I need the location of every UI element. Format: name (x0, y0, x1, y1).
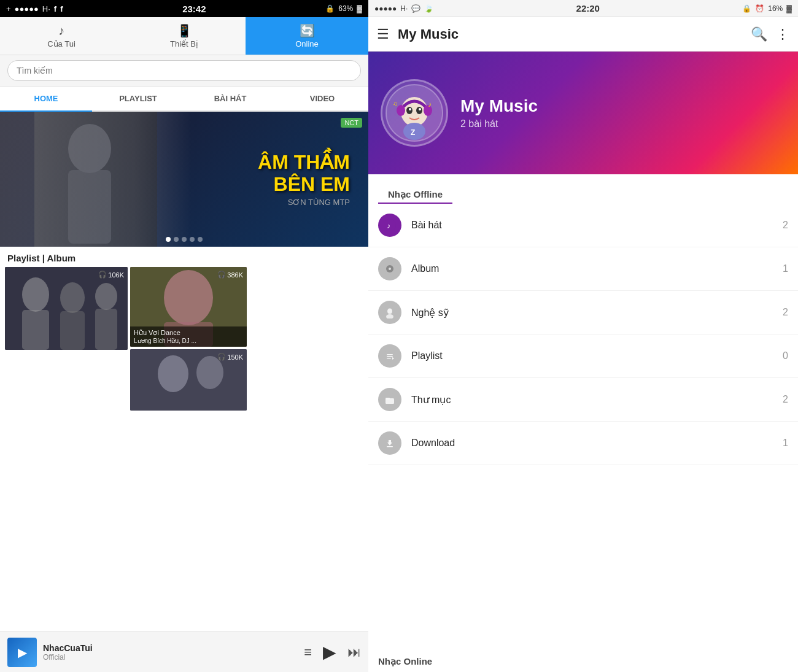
playlist-item-2[interactable]: 🎧 386K Hữu Vợi DanceLương Bích Hữu, DJ .… (130, 267, 247, 347)
playlist-grid: 🎧 106K 🎧 386K Hữu Vợi DanceLương Bích Hữ… (0, 267, 368, 411)
svg-point-14 (158, 355, 188, 392)
svg-rect-43 (385, 398, 390, 400)
leaf-icon: 🍃 (424, 4, 433, 13)
svg-point-15 (196, 356, 223, 389)
svg-text:♪: ♪ (387, 222, 390, 230)
more-button[interactable]: ⋮ (776, 26, 789, 42)
search-input[interactable] (7, 60, 361, 81)
menu-item-bai-hat[interactable]: ♪ Bài hát 2 (368, 204, 798, 247)
status-bar-right: ●●●●● H· 💬 🍃 22:20 🔒 ⏰ 16% ▓ (368, 0, 798, 17)
bai-hat-icon: ♪ (378, 214, 401, 237)
carrier-right: H· (400, 4, 408, 13)
download-count: 1 (783, 438, 788, 449)
search-button[interactable]: 🔍 (751, 26, 767, 42)
hero-name: My Music (460, 96, 538, 116)
offline-section-label: Nhạc Offline (378, 182, 452, 204)
menu-item-nghe-sy[interactable]: Nghệ sỹ 2 (368, 291, 798, 334)
alarm-icon: ⏰ (755, 4, 764, 13)
menu-item-download[interactable]: Download 1 (368, 422, 798, 465)
album-icon (378, 257, 401, 280)
svg-point-8 (95, 283, 117, 310)
tab-thiet-bi[interactable]: 📱 Thiết Bị (123, 17, 246, 55)
svg-point-6 (60, 282, 85, 313)
thu-muc-count: 2 (783, 394, 788, 405)
banner-badge: NCT (341, 118, 362, 128)
offline-section-container: Nhạc Offline (368, 174, 798, 204)
dot-2 (174, 237, 179, 242)
dot-4 (190, 237, 195, 242)
svg-point-32 (389, 268, 391, 270)
player-title: NhacCuaTui (43, 643, 298, 653)
cat-tab-home[interactable]: HOME (0, 87, 92, 110)
thu-muc-icon (378, 388, 401, 411)
playlist-label-2: Hữu Vợi DanceLương Bích Hữu, DJ ... (130, 326, 247, 347)
svg-point-4 (22, 277, 49, 312)
banner-dots (166, 237, 203, 242)
lock-icon-right: 🔒 (742, 4, 751, 13)
lock-icon-left: 🔒 (325, 4, 335, 13)
playlist-item-3[interactable]: 🎧 150K (130, 349, 247, 411)
nghe-sy-count: 2 (783, 307, 788, 318)
cat-video-label: VIDEO (310, 94, 335, 103)
tab-cua-tui[interactable]: ♪ Của Tui (0, 17, 123, 55)
hamburger-button[interactable]: ☰ (377, 26, 389, 42)
device-icon: 📱 (177, 23, 192, 38)
svg-rect-37 (387, 354, 393, 355)
tabs-nav: ♪ Của Tui 📱 Thiết Bị 🔄 Online (0, 17, 368, 55)
cat-tab-bai-hat[interactable]: BÀI HÁT (184, 87, 276, 110)
svg-rect-9 (95, 309, 117, 350)
menu-item-playlist[interactable]: Playlist 0 (368, 334, 798, 378)
signal-right: ●●●●● (374, 4, 397, 13)
hero-banner: ♪ ♫ Z My Music 2 bài hát (368, 52, 798, 174)
skip-next-icon[interactable]: ⏭ (347, 644, 361, 660)
person-svg (384, 306, 396, 319)
status-bar-left: + ●●●●● H· f f 23:42 🔒 63% ▓ (0, 0, 368, 17)
svg-point-20 (406, 107, 413, 114)
menu-item-album[interactable]: Album 1 (368, 247, 798, 291)
folder-svg (384, 393, 396, 406)
cat-home-label: HOME (34, 94, 58, 103)
cat-tab-video[interactable]: VIDEO (276, 87, 368, 110)
status-right-right-icons: 🔒 ⏰ 16% ▓ (742, 4, 792, 13)
playlist-col-right: 🎧 386K Hữu Vợi DanceLương Bích Hữu, DJ .… (130, 267, 247, 411)
playlist-svg-1 (5, 267, 128, 350)
album-svg (384, 263, 396, 275)
category-tabs: HOME PLAYLIST BÀI HÁT VIDEO (0, 87, 368, 112)
cat-baihat-label: BÀI HÁT (214, 94, 247, 103)
dot-1 (166, 237, 171, 242)
tab-thiet-bi-label: Thiết Bị (170, 39, 198, 48)
play-button[interactable]: ▶ (323, 642, 336, 662)
battery-bar-left: ▓ (357, 4, 362, 13)
music-note-icon: ♪ (58, 24, 64, 38)
cat-tab-playlist[interactable]: PLAYLIST (92, 87, 184, 110)
svg-point-18 (397, 105, 405, 116)
hero-avatar: ♪ ♫ Z (381, 79, 448, 147)
playlist-label-item: Playlist (411, 350, 783, 361)
queue-icon[interactable]: ≡ (304, 644, 312, 660)
svg-text:♫: ♫ (393, 100, 398, 107)
album-count: 1 (783, 263, 788, 274)
playlist-icon (378, 344, 401, 368)
playlist-count-item: 0 (783, 350, 788, 361)
hero-avatar-svg: ♪ ♫ Z (384, 82, 445, 144)
nghe-sy-label: Nghệ sỹ (411, 307, 783, 319)
svg-point-23 (419, 108, 421, 110)
time-right: 22:20 (576, 3, 600, 14)
thu-muc-label: Thư mục (411, 394, 783, 406)
tab-online[interactable]: 🔄 Online (246, 17, 368, 55)
banner-subtitle: SƠN TÙNG MTP (258, 198, 350, 207)
menu-item-thu-muc[interactable]: Thư mục 2 (368, 378, 798, 422)
hero-info: My Music 2 bài hát (460, 96, 538, 129)
playlist-item-1[interactable]: 🎧 106K (5, 267, 128, 350)
messenger-icon: 💬 (411, 4, 420, 13)
banner-section: NCT ÂM THẦMBÊN EM SƠN TÙNG MTP (0, 112, 368, 247)
player-controls: ≡ ▶ ⏭ (304, 642, 361, 662)
battery-left: 63% (338, 4, 353, 13)
playlist-album-title: Playlist | Album (0, 247, 368, 267)
cat-playlist-label: PLAYLIST (119, 94, 157, 103)
battery-right: 16% (768, 4, 783, 13)
online-icon: 🔄 (300, 23, 315, 38)
album-label: Album (411, 263, 783, 274)
svg-text:Z: Z (411, 128, 415, 137)
dot-3 (182, 237, 187, 242)
